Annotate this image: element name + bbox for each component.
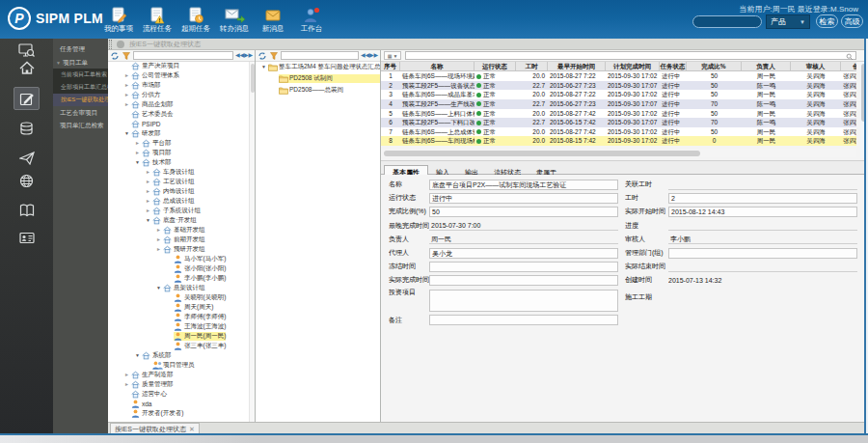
toolbar-item-2[interactable]: 超期任务 [176, 6, 215, 41]
refresh-icon[interactable] [110, 51, 120, 61]
splitter-handle[interactable] [109, 40, 112, 49]
sidebar-item-5[interactable]: 工艺会审项目 [53, 106, 108, 119]
table-row-2[interactable]: 2预装工段2F5——设备状态核正常22.72015-06-27 7:232015… [381, 81, 856, 91]
column-header[interactable]: 工时 [516, 62, 548, 70]
collapsed-caret-icon[interactable]: ► [154, 246, 163, 252]
tree-node[interactable]: 周天(周天) [108, 302, 250, 312]
globe-icon[interactable] [14, 169, 40, 192]
sidebar-item-4[interactable]: 按iES一键获取处理状态 [53, 94, 108, 106]
collapsed-caret-icon[interactable]: ► [122, 72, 131, 78]
tree-node[interactable]: PD2508——总装间 [256, 84, 381, 96]
column-header[interactable]: 计划完成时间 [606, 62, 660, 70]
tree-node[interactable]: ►基础开发组 [108, 225, 250, 235]
column-header[interactable]: 完成比% [687, 62, 742, 70]
expanded-caret-icon[interactable]: ▼ [154, 285, 163, 291]
filter-icon[interactable] [269, 51, 279, 61]
tree-node[interactable]: ▼研发部 [108, 128, 250, 138]
sidebar-item-6[interactable]: 项目单汇总检索 [53, 119, 108, 131]
column-header[interactable]: 创建者 [841, 62, 856, 70]
collapsed-caret-icon[interactable]: ► [144, 208, 152, 213]
field-input[interactable]: 2015-08-12 14:43 [668, 207, 857, 217]
table-hscrollbar[interactable] [381, 149, 856, 157]
org-tree-scrollbar[interactable] [249, 62, 255, 422]
tree-node[interactable]: ►工艺设计组 [108, 177, 250, 186]
collapsed-caret-icon[interactable]: ► [133, 140, 142, 146]
table-row-3[interactable]: 3链条车间6S——成品库基本·正常20.02015-08-27 7:222015… [381, 90, 856, 99]
book-icon[interactable] [14, 199, 40, 222]
send-icon[interactable] [14, 147, 40, 170]
tree-node[interactable]: ►总成设计组 [108, 196, 250, 206]
tree-node[interactable]: ►分供方 [108, 90, 250, 99]
tree-node[interactable]: 王海波(王海波) [108, 321, 250, 331]
tree-node[interactable]: ►市场部 [108, 80, 250, 90]
column-header[interactable]: 运行状态 [475, 62, 516, 70]
close-icon[interactable]: ✕ [189, 426, 195, 433]
toolbar-item-0[interactable]: 我的事项 [99, 6, 138, 41]
task-search-input[interactable] [405, 51, 856, 60]
tree-node[interactable]: ►内饰设计组 [108, 186, 250, 196]
tree-node[interactable]: 项目管理员 [108, 360, 250, 370]
tree-node[interactable]: ▼底盘·开发组 [108, 215, 250, 225]
sidebar-item-2[interactable]: 当前项目工单检索 [53, 69, 108, 81]
field-input[interactable]: 2 [668, 193, 857, 204]
collapsed-caret-icon[interactable]: ► [154, 227, 163, 233]
table-row-1[interactable]: 1链条车间6S——现场环境建·正常20.02015-08-27 7:222015… [381, 71, 856, 81]
nav-prev-icon[interactable]: ◀◀ [235, 51, 244, 60]
nav-next-icon[interactable]: ▶▶ [244, 51, 253, 60]
collapsed-caret-icon[interactable]: ► [122, 92, 131, 97]
expanded-caret-icon[interactable]: ▼ [133, 352, 142, 358]
tree-node[interactable]: ►商品企划部 [108, 99, 250, 109]
tree-node[interactable]: PSIPD [108, 119, 250, 128]
field-input[interactable]: 底盘平台项目P2X——试制车间现场工艺验证 [429, 180, 618, 190]
tree-node[interactable]: 马小军(马小军) [108, 254, 250, 263]
column-selector[interactable]: ▦▼ [384, 51, 401, 60]
tree-node[interactable]: xda [108, 399, 250, 408]
field-input[interactable] [429, 275, 618, 286]
id-card-icon[interactable] [14, 226, 40, 249]
toolbar-item-3[interactable]: 转办消息 [215, 6, 254, 41]
column-header[interactable]: 审核人 [791, 62, 841, 70]
advanced-search-button[interactable]: 高级 [841, 14, 863, 28]
toolbar-item-5[interactable]: 工作台 [292, 6, 331, 41]
tree-node[interactable]: 张三丰(张三丰) [108, 341, 250, 350]
table-row-8[interactable]: 8链条车间6S——车间现场核查正常20.02015-08-15 7:422015… [381, 136, 856, 146]
tree-node[interactable]: 艺术委员会 [108, 109, 250, 119]
database-icon[interactable] [14, 117, 40, 140]
tree-node[interactable]: ►前期开发组 [108, 235, 250, 244]
collapsed-caret-icon[interactable]: ► [122, 101, 131, 107]
edit-icon[interactable] [14, 87, 40, 110]
field-input[interactable] [429, 262, 618, 272]
tree-node[interactable]: 张小阳(张小阳) [108, 263, 250, 273]
nav-prev-icon[interactable]: ◀◀ [361, 51, 369, 60]
sidebar-item-0[interactable]: 任务管理 [53, 42, 108, 56]
folder-tree-filter-input[interactable] [281, 51, 359, 60]
filter-icon[interactable] [122, 51, 131, 61]
tree-node[interactable]: 吴晓明(吴晓明) [108, 292, 250, 302]
collapsed-caret-icon[interactable]: ► [122, 372, 131, 377]
table-row-7[interactable]: 7链条车间6S——上总成体验·正常20.02015-08-27 7:422015… [381, 127, 856, 137]
collapsed-caret-icon[interactable]: ► [144, 169, 152, 175]
column-header[interactable]: 最早开始时间 [548, 62, 606, 70]
tree-node[interactable]: ►预研开发组 [108, 244, 250, 254]
tree-node[interactable]: ►质量管理部 [108, 379, 250, 389]
tree-node[interactable]: 开发者(开发者) [108, 408, 250, 418]
toolbar-item-1[interactable]: 流程任务 [138, 6, 176, 41]
column-header[interactable]: 负责人 [742, 62, 791, 70]
tree-node[interactable]: ▼技术部 [108, 157, 250, 167]
expanded-caret-icon[interactable]: ▼ [144, 217, 152, 223]
tree-node[interactable]: 运营中心 [108, 389, 250, 399]
refresh-icon[interactable] [258, 51, 267, 61]
table-row-5[interactable]: 5链条车间6S——上料口体检·正常20.02015-08-27 7:422015… [381, 109, 856, 119]
field-input[interactable]: 吴小龙 [429, 248, 618, 259]
column-header[interactable]: 任务状态 [660, 62, 687, 70]
field-input[interactable] [429, 290, 618, 312]
sidebar-item-1[interactable]: ▼项目工单 [53, 56, 108, 69]
tree-node[interactable]: ▼整车工场2M4 整车问题处理状态汇总 专用 [256, 61, 381, 72]
tree-node[interactable]: ►生产制造部 [108, 370, 250, 379]
field-input[interactable] [429, 315, 618, 325]
nav-next-icon[interactable]: ▶▶ [369, 51, 378, 60]
field-input[interactable] [668, 248, 857, 259]
tree-node[interactable]: ▼系统部 [108, 350, 250, 360]
field-input[interactable]: 进行中 [429, 193, 618, 204]
collapsed-caret-icon[interactable]: ► [154, 236, 163, 242]
